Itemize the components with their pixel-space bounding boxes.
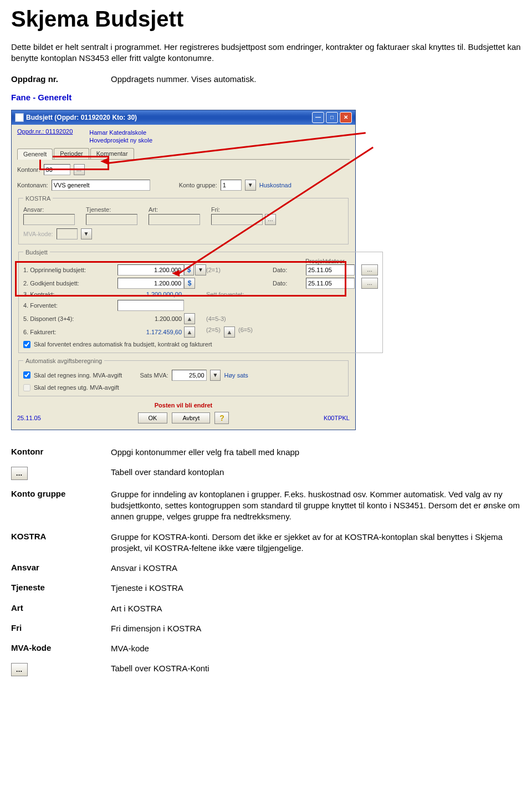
def-mvakode-label: MVA-kode [11, 643, 111, 654]
avgift-legend: Automatisk avgiftsberegning [23, 358, 104, 364]
kontonr-label: Kontonr: [17, 166, 40, 173]
def-kontogruppe-label: Konto gruppe [11, 489, 111, 523]
def-tabell-kostra: Tabell over KOSTRA-Konti [111, 663, 521, 676]
kostra-legend: KOSTRA [23, 195, 53, 202]
help-button[interactable]: ? [214, 412, 229, 424]
def-kostra-label: KOSTRA [11, 532, 111, 554]
page-title: Skjema Budsjett [11, 7, 521, 32]
badge-4eq53: (4=5-3) [206, 315, 273, 322]
row1-date-browse[interactable]: … [361, 264, 378, 275]
badge-6eq5: (6=5) [238, 326, 253, 338]
oppdrag-subname: Hovedprosjekt ny skole [89, 137, 152, 144]
badge-2eq1: (2=1) [206, 267, 273, 273]
oppdrag-link[interactable]: Oppdr.nr.: 01192020 [17, 128, 73, 144]
kontonr-browse-button[interactable]: … [74, 164, 85, 175]
arrow-tip-2 [172, 270, 180, 277]
row2-label: 2. Godkjent budsjett: [23, 280, 117, 287]
minimize-button[interactable]: — [312, 112, 324, 123]
avgift-fieldset: Automatisk avgiftsberegning Skal det reg… [18, 358, 349, 396]
row6-arrow2-button[interactable]: ▲ [224, 326, 235, 338]
maximize-button[interactable]: □ [326, 112, 338, 123]
budsjett-window: Budsjett (Oppdr: 01192020 Kto: 30) — □ ✕… [11, 110, 356, 430]
def-art-label: Art [11, 603, 111, 614]
row2-date-label: Dato: [273, 280, 306, 287]
kontonavn-input[interactable] [52, 180, 150, 191]
row1-dropdown[interactable]: ▼ [195, 264, 206, 275]
def-art-desc: Art i KOSTRA [111, 603, 521, 614]
kontogruppe-input[interactable] [221, 180, 242, 191]
row3-value: 1.200.000,00 [117, 291, 184, 298]
ansvar-input[interactable] [23, 214, 75, 225]
art-label: Art: [149, 206, 200, 213]
ok-button[interactable]: OK [138, 412, 168, 423]
row4-label: 4. Forventet: [23, 302, 117, 309]
row6-value: 1.172.459,60 [117, 329, 184, 335]
def-ansvar-desc: Ansvar i KOSTRA [111, 563, 521, 574]
fri-label: Fri: [211, 206, 276, 213]
oppdrag-label: Oppdrag nr. [11, 74, 111, 84]
row1-date-input[interactable] [306, 264, 355, 275]
def-tjeneste-desc: Tjeneste i KOSTRA [111, 583, 521, 594]
mvakode-input[interactable] [57, 228, 78, 239]
row2-date-input[interactable] [306, 278, 355, 289]
row6-label: 6. Fakturert: [23, 329, 117, 335]
row2-value[interactable] [117, 278, 184, 289]
badge-2eq5: (2=5) [206, 326, 221, 338]
row1-label: 1. Opprinnelig budsjett: [23, 267, 117, 273]
tjeneste-input[interactable] [86, 214, 137, 225]
app-icon [15, 113, 24, 122]
row6-arrow1-button[interactable]: ▲ [184, 326, 195, 338]
art-input[interactable] [149, 214, 200, 225]
def-kontonr-label: Kontonr [11, 447, 111, 458]
inng-mva-checkbox[interactable] [23, 371, 30, 379]
mvakode-label: MVA-kode: [23, 231, 53, 237]
auto-forventet-checkbox[interactable] [23, 341, 30, 348]
row5-arrow-button[interactable]: ▲ [184, 313, 195, 324]
def-tabell-kontoplan: Tabell over standard kontoplan [111, 467, 521, 480]
auto-forventet-label: Skal forventet endres automatisk fra bud… [34, 341, 212, 348]
ansvar-label: Ansvar: [23, 206, 75, 213]
def-ansvar-label: Ansvar [11, 563, 111, 574]
row1-date-label: Dato: [273, 267, 306, 273]
kontonavn-label: Kontonavn: [17, 182, 48, 188]
oppdrag-desc: Oppdragets nummer. Vises automatisk. [111, 74, 521, 84]
utg-mva-label: Skal det regnes utg. MVA-avgift [34, 384, 119, 391]
status-text: Posten vil bli endret [17, 402, 350, 409]
budsjett-fieldset: Budsjett Prosjektdatoer 1. Opprinnelig b… [18, 249, 383, 353]
browse-kostra-button[interactable]: … [11, 663, 28, 676]
oppdrag-name: Hamar Katedralskole [89, 129, 152, 136]
kostra-fieldset: KOSTRA Ansvar: Tjeneste: Art: Fri: [18, 195, 349, 244]
inng-mva-label: Skal det regnes inng. MVA-avgift [34, 372, 122, 379]
close-button[interactable]: ✕ [340, 112, 352, 123]
row5-value: 1.200.000 [117, 315, 184, 322]
row3-label: 3. Kontrakt: [23, 291, 117, 298]
def-mvakode-desc: MVA-kode [111, 643, 521, 654]
sats-input[interactable] [172, 370, 207, 381]
row2-dollar-button[interactable]: $ [184, 278, 195, 289]
sats-dropdown[interactable]: ▼ [210, 370, 221, 381]
browse-kontoplan-button[interactable]: … [11, 467, 28, 480]
window-title: Budsjett (Oppdr: 01192020 Kto: 30) [24, 114, 310, 121]
def-kontonr-desc: Oppgi kontonummer eller velg fra tabell … [111, 447, 521, 458]
def-fri-desc: Fri dimensjon i KOSTRA [111, 623, 521, 634]
footer-user: K00TPKL [324, 415, 350, 421]
row5-label: 5. Disponert (3+4): [23, 315, 117, 322]
tjeneste-label: Tjeneste: [86, 206, 137, 213]
tab-perioder[interactable]: Perioder [54, 148, 89, 159]
fane-generelt-label: Fane - Generelt [11, 93, 111, 102]
tab-kommentar[interactable]: Kommentar [90, 148, 134, 159]
tab-generelt[interactable]: Generelt [17, 149, 53, 160]
row4-value[interactable] [117, 300, 184, 311]
def-kontogruppe-desc: Gruppe for inndeling av kontoplanen i gr… [111, 489, 521, 523]
sats-name: Høy sats [224, 372, 248, 379]
arrow-tip-1 [100, 158, 108, 165]
kontogruppe-dropdown[interactable]: ▼ [245, 180, 256, 191]
kontonr-input[interactable] [44, 164, 70, 175]
utg-mva-checkbox [23, 384, 30, 391]
avbryt-button[interactable]: Avbryt [172, 412, 210, 423]
row2-date-browse[interactable]: … [361, 278, 378, 289]
def-fri-label: Fri [11, 623, 111, 634]
row3-hint: Sett forventet: [206, 291, 273, 298]
mvakode-dropdown[interactable]: ▼ [81, 228, 92, 239]
def-kostra-desc: Gruppe for KOSTRA-konti. Dersom det ikke… [111, 532, 521, 554]
